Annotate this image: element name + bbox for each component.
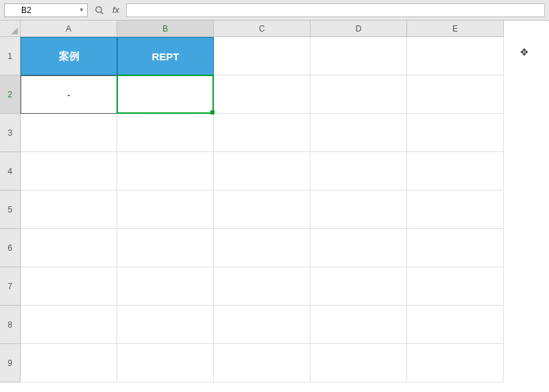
row-header-9[interactable]: 9 bbox=[0, 344, 21, 382]
cell-A7[interactable] bbox=[21, 267, 117, 306]
cell-C3[interactable] bbox=[214, 114, 310, 152]
formula-bar-area: fx bbox=[93, 3, 545, 17]
cell-B5[interactable] bbox=[117, 191, 214, 229]
toolbar: B2 ▼ fx bbox=[0, 0, 549, 21]
row-header-1[interactable]: 1 bbox=[0, 37, 21, 75]
cell-A5[interactable] bbox=[21, 191, 117, 229]
col-header-B[interactable]: B bbox=[117, 21, 214, 37]
svg-point-0 bbox=[96, 6, 101, 12]
cell-B7[interactable] bbox=[117, 267, 214, 306]
cell-D4[interactable] bbox=[310, 152, 407, 191]
col-header-A[interactable]: A bbox=[21, 21, 117, 37]
cell-E6[interactable] bbox=[407, 229, 504, 267]
cell-A2[interactable]: - bbox=[21, 75, 117, 114]
svg-line-1 bbox=[101, 12, 103, 14]
cell-C7[interactable] bbox=[214, 267, 310, 306]
row-header-3[interactable]: 3 bbox=[0, 114, 21, 152]
col-header-D[interactable]: D bbox=[310, 21, 407, 37]
cell-E3[interactable] bbox=[407, 114, 504, 152]
cell-C4[interactable] bbox=[214, 152, 310, 191]
cell-B3[interactable] bbox=[117, 114, 214, 152]
cell-C1[interactable] bbox=[214, 37, 310, 75]
cell-B8[interactable] bbox=[117, 306, 214, 344]
move-cursor-icon: ✥ bbox=[520, 47, 528, 58]
cell-C6[interactable] bbox=[214, 229, 310, 267]
row-header-4[interactable]: 4 bbox=[0, 152, 21, 191]
cell-C8[interactable] bbox=[214, 306, 310, 344]
select-all-corner[interactable] bbox=[0, 21, 21, 37]
col-header-E[interactable]: E bbox=[407, 21, 504, 37]
cell-D3[interactable] bbox=[310, 114, 407, 152]
cell-B9[interactable] bbox=[117, 344, 214, 382]
cell-B6[interactable] bbox=[117, 229, 214, 267]
zoom-icon[interactable] bbox=[93, 4, 106, 16]
cell-B4[interactable] bbox=[117, 152, 214, 191]
cell-D8[interactable] bbox=[310, 306, 407, 344]
dropdown-icon[interactable]: ▼ bbox=[77, 5, 86, 15]
row-header-5[interactable]: 5 bbox=[0, 191, 21, 229]
row-headers: 1 2 3 4 5 6 7 8 9 bbox=[0, 37, 21, 382]
cell-D2[interactable] bbox=[310, 75, 407, 114]
row-header-6[interactable]: 6 bbox=[0, 229, 21, 267]
cell-A9[interactable] bbox=[21, 344, 117, 382]
cell-E2[interactable] bbox=[407, 75, 504, 114]
cell-E8[interactable] bbox=[407, 306, 504, 344]
column-headers: A B C D E bbox=[21, 21, 504, 37]
cell-D5[interactable] bbox=[310, 191, 407, 229]
cell-A1[interactable]: 案例 bbox=[21, 37, 117, 75]
cell-A4[interactable] bbox=[21, 152, 117, 191]
cell-D9[interactable] bbox=[310, 344, 407, 382]
cell-D1[interactable] bbox=[310, 37, 407, 75]
name-box[interactable]: B2 ▼ bbox=[4, 3, 88, 17]
fx-icon[interactable]: fx bbox=[110, 5, 122, 15]
cell-E1[interactable] bbox=[407, 37, 504, 75]
cell-A6[interactable] bbox=[21, 229, 117, 267]
cell-A3[interactable] bbox=[21, 114, 117, 152]
cell-C5[interactable] bbox=[214, 191, 310, 229]
cell-D6[interactable] bbox=[310, 229, 407, 267]
cell-B2[interactable] bbox=[117, 75, 214, 114]
cell-E9[interactable] bbox=[407, 344, 504, 382]
name-box-value: B2 bbox=[21, 5, 32, 15]
cell-B1[interactable]: REPT bbox=[117, 37, 214, 75]
cell-E7[interactable] bbox=[407, 267, 504, 306]
cell-C9[interactable] bbox=[214, 344, 310, 382]
cell-E5[interactable] bbox=[407, 191, 504, 229]
cell-D7[interactable] bbox=[310, 267, 407, 306]
cell-C2[interactable] bbox=[214, 75, 310, 114]
cell-A8[interactable] bbox=[21, 306, 117, 344]
row-header-7[interactable]: 7 bbox=[0, 267, 21, 306]
formula-input[interactable] bbox=[126, 3, 545, 17]
col-header-C[interactable]: C bbox=[214, 21, 310, 37]
row-header-8[interactable]: 8 bbox=[0, 306, 21, 344]
cell-E4[interactable] bbox=[407, 152, 504, 191]
row-header-2[interactable]: 2 bbox=[0, 75, 21, 114]
